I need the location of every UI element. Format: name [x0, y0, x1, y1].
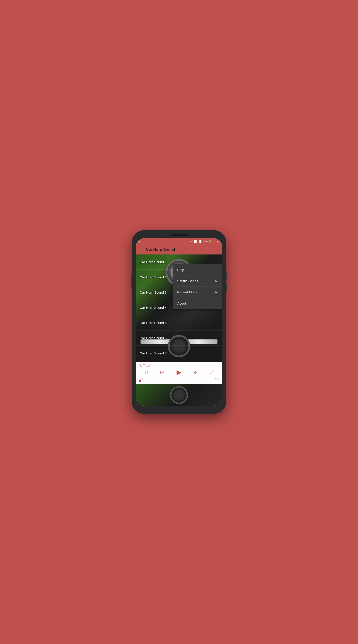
dropdown-item-about[interactable]: About — [173, 298, 222, 309]
player-controls: No Track ⇄ ⏮ ▶ ⏭ ⇌ 0:00 0:00 — [136, 362, 222, 384]
toolbar: ← Car Horn Sound — [136, 245, 222, 254]
song-title-5: Car Horn Sound 5 — [140, 321, 167, 325]
shuffle-label: Shuffle Songs — [177, 279, 198, 283]
song-title-1: Car Horn Sound 1 — [140, 260, 167, 264]
power-button[interactable] — [131, 275, 132, 288]
signal-icon1: ▐▌▌ — [194, 240, 198, 242]
shuffle-arrow-icon: ▶ — [215, 280, 217, 283]
song-title-3: Car Horn Sound 3 — [140, 290, 167, 294]
time-text: 7:04 PM — [212, 240, 220, 242]
repeat-arrow-icon: ▶ — [215, 291, 217, 294]
extra-car-image — [136, 384, 222, 406]
page-title: Car Horn Sound — [146, 247, 219, 252]
scrollable-content: Car Horn Sound 1 Car Horn Sound 2 Car Ho… — [136, 254, 222, 406]
battery-icon: 🔋 — [209, 240, 211, 242]
volume-down-button[interactable] — [226, 282, 227, 291]
track-name: No Track — [139, 364, 219, 367]
song-title-4: Car Horn Sound 4 — [140, 306, 167, 310]
prev-button[interactable]: ⏮ — [160, 370, 165, 375]
dropdown-item-stop[interactable]: Stop — [173, 264, 222, 276]
phone-screen: 🖼 4G ▐▌▌ ▐▌▌ 64% 🔋 7:04 PM ← Car Horn So… — [136, 238, 222, 406]
about-label: About — [177, 302, 186, 305]
song-item-6[interactable]: Car Horn Sound 6 — [136, 330, 222, 346]
signal-icon2: ▐▌▌ — [199, 240, 203, 242]
dropdown-item-repeat[interactable]: Repeat Mode ▶ — [173, 287, 222, 298]
extra-car-tire — [170, 386, 188, 404]
progress-indicator — [139, 380, 141, 382]
repeat-button[interactable]: ⇌ — [210, 370, 213, 375]
shuffle-button[interactable]: ⇄ — [145, 370, 148, 375]
time-elapsed: 0:00 — [139, 377, 143, 380]
dropdown-item-shuffle[interactable]: Shuffle Songs ▶ — [173, 276, 222, 287]
song-title-2: Car Horn Sound 2 — [140, 275, 167, 279]
repeat-label: Repeat Mode — [177, 290, 197, 294]
progress-bar[interactable] — [139, 381, 219, 381]
back-button[interactable]: ← — [139, 247, 143, 252]
phone-device: 🖼 4G ▐▌▌ ▐▌▌ 64% 🔋 7:04 PM ← Car Horn So… — [132, 230, 226, 414]
stop-label: Stop — [177, 268, 184, 272]
play-button[interactable]: ▶ — [177, 368, 181, 376]
player-buttons: ⇄ ⏮ ▶ ⏭ ⇌ — [139, 368, 219, 376]
song-item-5[interactable]: Car Horn Sound 5 — [136, 315, 222, 330]
battery-text: 64% — [204, 240, 208, 242]
phone-speaker — [170, 234, 188, 236]
dropdown-menu: Stop Shuffle Songs ▶ Repeat Mode ▶ About — [173, 264, 222, 309]
next-button[interactable]: ⏭ — [193, 370, 198, 375]
song-item-7[interactable]: Car Horn Sound 7 — [136, 346, 222, 361]
data-icon: 4G — [190, 240, 193, 242]
song-title-6: Car Horn Sound 6 — [140, 336, 167, 340]
notification-icon: 🖼 — [138, 240, 140, 242]
song-title-7: Car Horn Sound 7 — [140, 351, 167, 355]
status-bar: 🖼 4G ▐▌▌ ▐▌▌ 64% 🔋 7:04 PM — [136, 238, 222, 245]
volume-up-button[interactable] — [226, 270, 227, 280]
time-total: 0:00 — [215, 377, 219, 380]
player-times: 0:00 0:00 — [139, 377, 219, 380]
